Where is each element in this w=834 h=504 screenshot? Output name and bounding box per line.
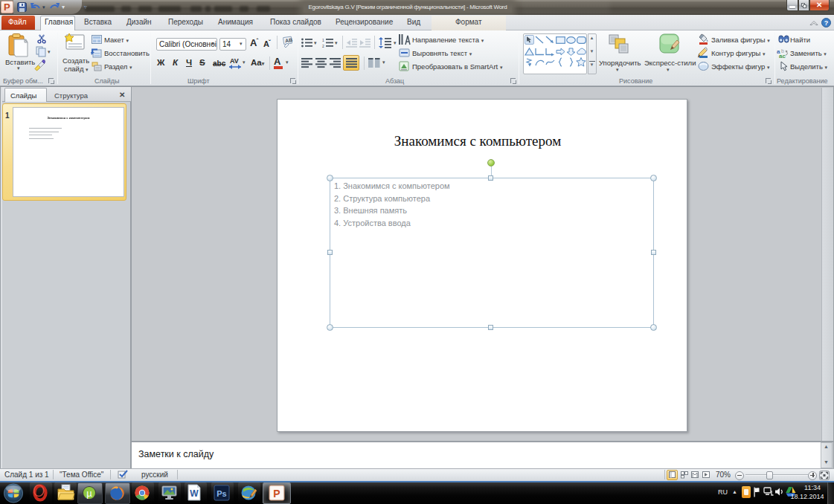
svg-text:ac: ac xyxy=(779,53,786,59)
svg-text:W: W xyxy=(190,488,199,499)
svg-text:Ps: Ps xyxy=(216,489,226,498)
svg-text:µ: µ xyxy=(86,488,92,499)
svg-text:?: ? xyxy=(824,19,829,27)
svg-text:2: 2 xyxy=(322,44,324,48)
svg-text:1: 1 xyxy=(322,38,324,42)
svg-text:АВ: АВ xyxy=(285,37,293,43)
svg-text:P: P xyxy=(273,488,280,500)
